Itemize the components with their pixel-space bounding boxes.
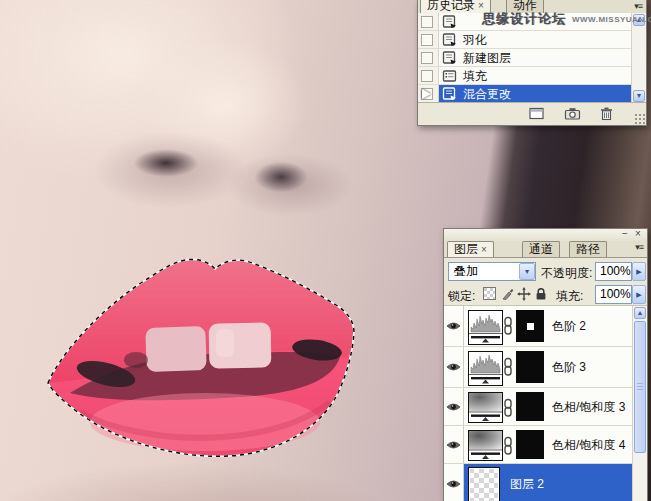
fill-slider-arrow-icon[interactable]: ▶ <box>632 285 646 304</box>
eye-icon[interactable] <box>446 358 461 376</box>
tab-paths-label: 路径 <box>576 242 600 256</box>
link-mask-icon[interactable] <box>503 398 513 418</box>
lock-label: 锁定: <box>448 288 475 305</box>
transparent-layer-thumbnail[interactable] <box>468 467 500 501</box>
history-state-row[interactable]: 羽化 <box>418 31 632 49</box>
new-snapshot-camera-button[interactable] <box>564 106 581 121</box>
layer-name[interactable]: 色相/饱和度 3 <box>552 398 625 415</box>
eye-icon[interactable] <box>446 475 461 493</box>
tab-actions-label: 动作 <box>513 0 537 12</box>
delete-state-trash-button[interactable] <box>598 106 615 121</box>
eye-icon[interactable] <box>446 398 461 416</box>
link-mask-icon[interactable] <box>503 357 513 377</box>
history-state-label: 羽化 <box>463 33 487 47</box>
minimize-button[interactable]: − <box>619 229 631 240</box>
history-state-row[interactable] <box>418 13 632 31</box>
layer-mask-thumbnail[interactable] <box>516 351 544 383</box>
fill-label: 填充: <box>556 288 583 305</box>
layer-name[interactable]: 色相/饱和度 4 <box>552 436 625 453</box>
layer-row-levels-3[interactable]: 色阶 3 <box>444 347 633 388</box>
layers-titlebar: − × <box>444 229 647 241</box>
scroll-up-icon[interactable]: ▲ <box>633 14 645 26</box>
lock-transparency-button[interactable] <box>483 287 496 300</box>
history-state-row[interactable]: 新建图层 <box>418 49 632 67</box>
opacity-label: 不透明度: <box>541 265 592 282</box>
history-state-row-selected[interactable]: 混合更改 <box>418 85 632 103</box>
fill-input[interactable]: 100% <box>595 285 632 304</box>
layers-controls: 叠加 ▾ 不透明度: 100% ▶ 锁定: 填充: 100% ▶ <box>444 258 647 306</box>
panel-resize-grip[interactable] <box>634 113 645 124</box>
scroll-up-icon[interactable]: ▲ <box>634 307 646 319</box>
opacity-input[interactable]: 100% <box>595 262 632 281</box>
history-brush-checkbox[interactable] <box>421 70 433 82</box>
history-brush-checkbox[interactable] <box>421 52 433 64</box>
mouth-shadow <box>124 352 148 368</box>
close-button[interactable]: × <box>632 229 644 240</box>
layers-tabbar: 图层× 通道 路径 ▾≡ <box>444 241 647 258</box>
blend-mode-value: 叠加 <box>454 263 478 280</box>
close-icon[interactable]: × <box>481 244 487 255</box>
layer-mask-thumbnail[interactable] <box>516 310 544 342</box>
history-state-label: 填充 <box>463 69 487 83</box>
history-list: 羽化 新建图层 填充 <box>418 13 646 103</box>
history-panel: 历史记录× 动作 ▾≡ 羽化 <box>417 0 647 126</box>
history-state-row[interactable]: 填充 <box>418 67 632 85</box>
tooth-highlight <box>216 329 234 357</box>
fill-state-icon <box>442 69 457 83</box>
levels-adjustment-thumbnail[interactable] <box>468 310 503 345</box>
close-icon[interactable]: × <box>478 0 484 11</box>
eye-icon[interactable] <box>446 436 461 454</box>
layer-name[interactable]: 图层 2 <box>510 475 544 492</box>
tab-channels[interactable]: 通道 <box>522 241 560 257</box>
tooth-left <box>145 326 206 372</box>
history-state-icon <box>442 15 457 29</box>
layer-row-levels-2[interactable]: 色阶 2 <box>444 306 633 347</box>
history-state-icon <box>442 87 457 101</box>
layers-panel: − × 图层× 通道 路径 ▾≡ 叠加 ▾ 不透明度: 100% ▶ 锁定: 填… <box>443 228 648 501</box>
link-mask-icon[interactable] <box>503 316 513 336</box>
layer-row-hue-saturation-3[interactable]: 色相/饱和度 3 <box>444 388 633 426</box>
tab-layers-label: 图层 <box>454 242 478 256</box>
lock-all-padlock-button[interactable] <box>534 287 548 301</box>
tab-layers[interactable]: 图层× <box>447 241 494 257</box>
history-state-icon <box>442 33 457 47</box>
layers-scrollbar[interactable]: ▲ <box>632 306 647 501</box>
opacity-slider-arrow-icon[interactable]: ▶ <box>632 262 646 281</box>
history-brush-checkbox[interactable] <box>421 34 433 46</box>
layers-list: 色阶 2 色阶 3 色相/饱和度 3 <box>444 306 647 501</box>
layer-name[interactable]: 色阶 3 <box>552 359 586 376</box>
layer-mask-thumbnail[interactable] <box>516 392 544 421</box>
history-tabbar: 历史记录× 动作 ▾≡ <box>418 0 646 14</box>
history-state-label: 新建图层 <box>463 51 511 65</box>
eye-icon[interactable] <box>446 317 461 335</box>
lock-paint-brush-button[interactable] <box>501 287 515 301</box>
layer-mask-thumbnail[interactable] <box>516 430 544 459</box>
panel-menu-icon[interactable]: ▾≡ <box>634 1 642 11</box>
layer-name[interactable]: 色阶 2 <box>552 318 586 335</box>
layer-row-layer-2-selected[interactable]: 图层 2 <box>444 464 633 501</box>
history-state-label: 混合更改 <box>463 87 511 101</box>
history-brush-checkbox[interactable] <box>421 16 433 28</box>
history-scrollbar[interactable]: ▲ ▼ <box>631 13 646 103</box>
tab-channels-label: 通道 <box>529 242 553 256</box>
panel-menu-icon[interactable]: ▾≡ <box>635 242 643 252</box>
history-state-icon <box>442 51 457 65</box>
current-state-pointer-icon[interactable] <box>422 89 431 99</box>
scroll-down-icon[interactable]: ▼ <box>633 90 645 102</box>
tab-paths[interactable]: 路径 <box>569 241 607 257</box>
levels-adjustment-thumbnail[interactable] <box>468 351 503 386</box>
tab-actions[interactable]: 动作 <box>506 0 544 13</box>
tab-history-label: 历史记录 <box>427 0 475 12</box>
chevron-down-icon[interactable]: ▾ <box>519 263 535 280</box>
scrollbar-thumb[interactable] <box>634 321 646 453</box>
history-footer <box>418 102 646 125</box>
lock-position-move-button[interactable] <box>517 287 531 301</box>
layer-row-hue-saturation-4[interactable]: 色相/饱和度 4 <box>444 426 633 464</box>
link-mask-icon[interactable] <box>503 436 513 456</box>
hue-saturation-adjustment-thumbnail[interactable] <box>468 392 503 423</box>
hue-saturation-adjustment-thumbnail[interactable] <box>468 430 503 461</box>
tab-history[interactable]: 历史记录× <box>420 0 491 13</box>
new-document-from-state-button[interactable] <box>528 106 545 121</box>
blend-mode-select[interactable]: 叠加 ▾ <box>448 262 536 281</box>
